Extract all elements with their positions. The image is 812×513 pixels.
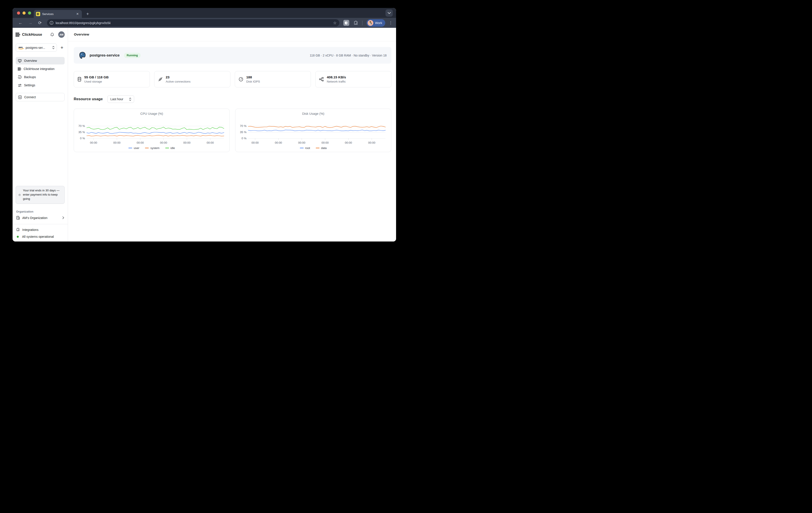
new-tab-button[interactable]: + (85, 11, 90, 18)
legend-item: data (316, 146, 326, 150)
add-service-button[interactable]: + (59, 45, 65, 51)
legend-item: idle (165, 146, 175, 150)
svg-text:00:00: 00:00 (298, 141, 306, 144)
charts-row: CPU Usage (%) 70 %35 %0 %00:0000:0000:00… (74, 109, 392, 152)
svg-text:aws: aws (19, 46, 23, 49)
bookmark-star-icon[interactable]: ☆ (333, 21, 337, 25)
stat-label: Used storage (84, 80, 109, 83)
close-window-button[interactable] (17, 11, 20, 15)
sidebar-bottom: Your trial ends in 30 days — enter payme… (16, 186, 65, 241)
window-controls[interactable] (17, 11, 31, 15)
tab-search-button[interactable] (385, 9, 393, 17)
cpu-usage-chart: 70 %35 %0 %00:0000:0000:0000:0000:0000:0… (76, 116, 228, 146)
gauge-icon (238, 77, 243, 82)
overview-icon (18, 59, 22, 63)
adblock-extension-icon[interactable] (343, 20, 349, 26)
svg-text:00:00: 00:00 (252, 141, 259, 144)
tab-title: Services (42, 12, 73, 16)
chart-legend: usersystemidle (76, 146, 228, 150)
browser-tab-bar: Services ✕ + (12, 8, 396, 18)
svg-text:00:00: 00:00 (275, 141, 282, 144)
svg-text:00:00: 00:00 (345, 141, 352, 144)
time-range-select[interactable]: Last hour (108, 95, 134, 103)
status-dot-icon (17, 236, 19, 238)
browser-window: Services ✕ + ← → ⟳ localhost:8910/postgr… (12, 8, 396, 241)
minimize-window-button[interactable] (23, 11, 26, 15)
integrations-row[interactable]: Integrations (16, 228, 64, 232)
clickhouse-logo-icon (16, 32, 20, 37)
reload-button[interactable]: ⟳ (36, 20, 44, 26)
sidebar-item-settings[interactable]: Settings (16, 82, 65, 89)
settings-sliders-icon (18, 83, 22, 87)
forward-button[interactable]: → (26, 20, 35, 26)
svg-text:70 %: 70 % (240, 124, 246, 127)
back-button[interactable]: ← (16, 20, 25, 26)
tab-close-icon[interactable]: ✕ (75, 12, 80, 16)
chevron-updown-icon (52, 46, 55, 49)
stat-card-used-storage: 55 GB / 118 GB Used storage (74, 71, 150, 87)
svg-text:0 %: 0 % (242, 137, 247, 140)
service-specs: 118 GB · 2 vCPU · 8 GB RAM · No standby … (310, 54, 386, 57)
page-title: Overview (74, 32, 89, 36)
postgresql-logo-icon (79, 51, 87, 59)
svg-text:00:00: 00:00 (368, 141, 376, 144)
stat-card-disk-iops: 188 Disk IOPS (235, 71, 311, 87)
stat-value: 188 (246, 75, 260, 79)
sidebar-item-label: Backups (24, 75, 36, 79)
notifications-bell-icon[interactable] (50, 33, 54, 37)
legend-item: user (128, 146, 139, 150)
trial-notice-card: Your trial ends in 30 days — enter payme… (16, 186, 65, 204)
system-status-row[interactable]: All systems operational (16, 235, 64, 238)
database-icon (78, 77, 81, 82)
organization-name: AM's Organization (22, 216, 60, 220)
browser-menu-icon[interactable]: ⋮ (389, 21, 393, 25)
network-icon (319, 77, 324, 82)
sidebar-item-overview[interactable]: Overview (16, 57, 65, 64)
connect-button[interactable]: Connect (16, 93, 65, 101)
stat-label: Network traffic (327, 80, 346, 83)
integrations-label: Integrations (22, 228, 38, 232)
profile-avatar: 🐧 (368, 20, 373, 26)
svg-text:35 %: 35 % (240, 131, 246, 134)
stat-value: 408.15 KB/s (327, 75, 346, 79)
chart-title: CPU Usage (%) (76, 112, 228, 115)
browser-tab-services[interactable]: Services ✕ (34, 10, 82, 18)
browser-profile-button[interactable]: 🐧 Work (367, 19, 385, 27)
status-text: All systems operational (22, 235, 54, 238)
address-bar[interactable]: localhost:8910/postgres/pgkybgnv0s5ii ☆ (47, 19, 339, 27)
service-header-band: postgres-service Running 118 GB · 2 vCPU… (74, 47, 392, 63)
app-content: ClickHouse AM aws postgres-ser... + Over… (12, 28, 396, 241)
organization-section-label: Organization (16, 210, 64, 213)
organization-row[interactable]: AM's Organization (16, 216, 65, 220)
svg-text:00:00: 00:00 (160, 141, 167, 144)
sidebar-footer: Integrations All systems operational (12, 224, 68, 241)
backups-history-icon (18, 75, 22, 79)
disk-usage-chart-panel: Disk Usage (%) 70 %35 %0 %00:0000:0000:0… (235, 109, 391, 152)
sidebar: ClickHouse AM aws postgres-ser... + Over… (12, 28, 68, 241)
svg-text:00:00: 00:00 (137, 141, 144, 144)
stat-value: 55 GB / 118 GB (84, 75, 109, 79)
maximize-window-button[interactable] (28, 11, 31, 15)
extensions-icon[interactable] (354, 21, 358, 25)
svg-text:00:00: 00:00 (90, 141, 97, 144)
svg-text:00:00: 00:00 (321, 141, 329, 144)
service-selector[interactable]: aws postgres-ser... (16, 44, 57, 52)
sidebar-item-label: Settings (24, 83, 35, 87)
stat-card-active-connections: 23 Active connections (154, 71, 230, 87)
chart-legend: rootdata (237, 146, 389, 150)
url-text[interactable]: localhost:8910/postgres/pgkybgnv0s5ii (56, 21, 331, 25)
svg-text:00:00: 00:00 (113, 141, 121, 144)
svg-text:70 %: 70 % (78, 124, 85, 127)
stat-label: Active connections (166, 80, 191, 83)
user-avatar[interactable]: AM (58, 31, 65, 38)
stats-row: 55 GB / 118 GB Used storage 23 Active co… (74, 71, 392, 87)
legend-item: system (145, 146, 159, 150)
disk-usage-chart: 70 %35 %0 %00:0000:0000:0000:0000:0000:0… (237, 116, 389, 146)
integrations-puzzle-icon (16, 228, 20, 232)
service-name: postgres-service (90, 53, 120, 58)
site-info-icon[interactable] (50, 21, 53, 25)
connect-label: Connect (24, 95, 36, 99)
sidebar-item-clickhouse-integration[interactable]: ClickHouse integration (16, 65, 65, 73)
sidebar-item-backups[interactable]: Backups (16, 73, 65, 81)
svg-text:00:00: 00:00 (183, 141, 191, 144)
